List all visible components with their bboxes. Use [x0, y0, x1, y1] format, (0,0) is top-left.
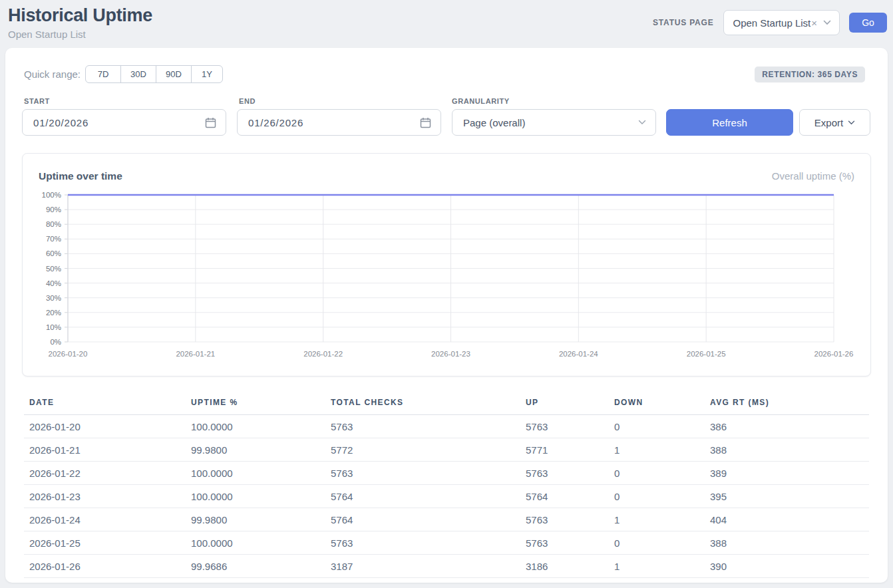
svg-text:10%: 10% [46, 323, 61, 331]
calendar-icon[interactable] [420, 117, 431, 128]
table-cell: 99.9800 [186, 508, 325, 531]
svg-text:2026-01-23: 2026-01-23 [431, 350, 470, 358]
table-cell: 390 [705, 555, 869, 578]
chevron-down-icon [848, 120, 855, 125]
table-cell: 2026-01-25 [24, 531, 186, 555]
table-cell: 5764 [325, 485, 520, 508]
quick-range-button-7d[interactable]: 7D [85, 65, 121, 83]
table-cell: 2026-01-21 [24, 438, 186, 462]
quick-range-button-30d[interactable]: 30D [120, 65, 156, 83]
table-row: 2026-01-2199.9800577257711388 [24, 438, 869, 462]
chart-title: Uptime over time [39, 170, 122, 182]
retention-badge: RETENTION: 365 DAYS [755, 67, 865, 82]
status-page-selected-value: Open Startup List [733, 17, 811, 29]
table-cell: 386 [705, 415, 869, 438]
svg-text:2026-01-22: 2026-01-22 [303, 350, 343, 358]
chart-legend: Overall uptime (%) [772, 170, 854, 182]
svg-text:0%: 0% [50, 338, 61, 346]
table-cell: 2026-01-26 [24, 555, 186, 578]
go-button[interactable]: Go [849, 13, 887, 33]
table-cell: 1 [609, 438, 705, 462]
start-date-label: START [24, 97, 50, 105]
quick-range-button-1y[interactable]: 1Y [191, 65, 223, 83]
uptime-table: DATEUPTIME %TOTAL CHECKSUPDOWNAVG RT (MS… [24, 392, 869, 578]
table-cell: 5764 [325, 508, 520, 531]
table-cell: 2026-01-23 [24, 485, 186, 508]
column-header: UP [520, 392, 609, 415]
column-header: DOWN [609, 392, 705, 415]
refresh-button[interactable]: Refresh [666, 109, 793, 136]
svg-text:80%: 80% [46, 220, 61, 228]
table-cell: 0 [609, 531, 705, 555]
table-cell: 388 [705, 438, 869, 462]
app-header: Historical Uptime Open Startup List [8, 5, 152, 40]
end-date-label: END [239, 97, 256, 105]
table-cell: 3187 [325, 555, 520, 578]
chevron-down-icon [638, 120, 646, 125]
table-header-row: DATEUPTIME %TOTAL CHECKSUPDOWNAVG RT (MS… [24, 392, 869, 415]
svg-text:100%: 100% [42, 191, 61, 199]
table-row: 2026-01-22100.0000576357630389 [24, 462, 869, 485]
table-cell: 5771 [520, 438, 609, 462]
quick-range-button-90d[interactable]: 90D [156, 65, 192, 83]
chevron-down-icon [823, 20, 831, 25]
column-header: DATE [24, 392, 186, 415]
table-row: 2026-01-20100.0000576357630386 [24, 415, 869, 438]
export-button-label: Export [814, 117, 843, 128]
granularity-selected-value: Page (overall) [463, 117, 525, 128]
svg-text:70%: 70% [46, 235, 61, 243]
table-cell: 5763 [520, 508, 609, 531]
status-page-select[interactable]: Open Startup List × [723, 10, 840, 35]
clear-icon[interactable]: × [811, 17, 817, 29]
table-cell: 5763 [520, 415, 609, 438]
table-cell: 0 [609, 462, 705, 485]
table-cell: 99.9686 [186, 555, 325, 578]
table-row: 2026-01-23100.0000576457640395 [24, 485, 869, 508]
table-row: 2026-01-25100.0000576357630388 [24, 531, 869, 555]
table-cell: 99.9800 [186, 438, 325, 462]
table-cell: 100.0000 [186, 462, 325, 485]
column-header: AVG RT (MS) [705, 392, 869, 415]
table-cell: 389 [705, 462, 869, 485]
svg-text:90%: 90% [46, 206, 61, 214]
table-row: 2026-01-2699.9686318731861390 [24, 555, 869, 578]
table-cell: 5764 [520, 485, 609, 508]
table-cell: 5763 [520, 462, 609, 485]
start-date-input[interactable]: 01/20/2026 [22, 109, 226, 136]
granularity-select[interactable]: Page (overall) [452, 109, 656, 136]
table-cell: 5763 [325, 462, 520, 485]
table-cell: 100.0000 [186, 531, 325, 555]
uptime-line-chart: 0%10%20%30%40%50%60%70%80%90%100%2026-01… [39, 188, 856, 363]
svg-text:2026-01-21: 2026-01-21 [176, 350, 215, 358]
table-cell: 388 [705, 531, 869, 555]
status-page-label: STATUS PAGE [653, 18, 713, 27]
svg-text:40%: 40% [46, 279, 61, 287]
uptime-table-body: 2026-01-20100.00005763576303862026-01-21… [24, 415, 869, 578]
export-button[interactable]: Export [799, 109, 870, 136]
table-cell: 2026-01-22 [24, 462, 186, 485]
table-cell: 395 [705, 485, 869, 508]
header-right: STATUS PAGE Open Startup List × Go [653, 10, 887, 35]
table-cell: 100.0000 [186, 415, 325, 438]
svg-text:2026-01-25: 2026-01-25 [687, 350, 726, 358]
table-cell: 2026-01-20 [24, 415, 186, 438]
table-cell: 5763 [325, 415, 520, 438]
end-date-input[interactable]: 01/26/2026 [237, 109, 441, 136]
page-title: Historical Uptime [8, 5, 152, 26]
table-row: 2026-01-2499.9800576457631404 [24, 508, 869, 531]
column-header: UPTIME % [186, 392, 325, 415]
table-cell: 0 [609, 485, 705, 508]
table-cell: 1 [609, 508, 705, 531]
table-cell: 5763 [325, 531, 520, 555]
quick-range-label: Quick range: [24, 69, 81, 80]
table-cell: 5763 [520, 531, 609, 555]
table-cell: 100.0000 [186, 485, 325, 508]
calendar-icon[interactable] [205, 117, 216, 128]
main-panel: Quick range: 7D30D90D1Y RETENTION: 365 D… [5, 48, 888, 583]
table-cell: 2026-01-24 [24, 508, 186, 531]
svg-text:2026-01-26: 2026-01-26 [814, 350, 854, 358]
table-cell: 5772 [325, 438, 520, 462]
end-date-value: 01/26/2026 [248, 117, 303, 128]
quick-range-group: 7D30D90D1Y [85, 65, 223, 83]
column-header: TOTAL CHECKS [325, 392, 520, 415]
